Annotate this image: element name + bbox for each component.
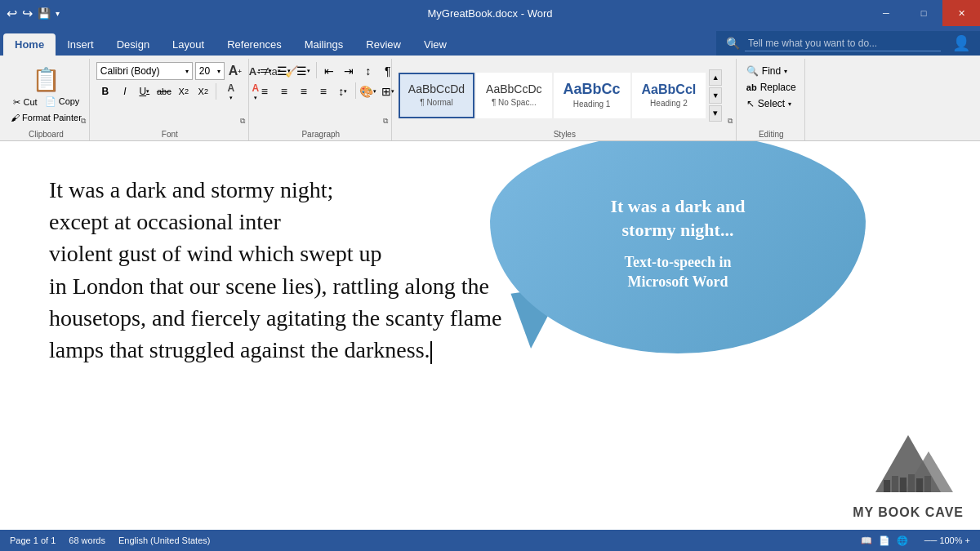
minimize-button[interactable]: ─ [867,0,905,26]
subscript-button[interactable]: X2 [175,82,193,100]
document-container: It was a dark and stormy night; the rain… [0,141,980,530]
paragraph-expander[interactable]: ⧉ [383,117,388,126]
line-spacing-button[interactable]: ↕▾ [334,82,352,100]
doc-line-1: It was a dark and stormy night; [49,177,339,202]
shading-button[interactable]: 🎨▾ [359,82,377,100]
web-layout-button[interactable]: 🌐 [897,535,908,546]
paste-button[interactable]: 📋 [32,69,60,91]
italic-button[interactable]: I [116,82,134,100]
tab-home[interactable]: Home [3,33,56,56]
text-cursor [430,341,432,364]
sort-button[interactable]: ↕ [359,62,377,80]
maximize-button[interactable]: □ [905,0,942,26]
doc-line-3: violent gust of wind which swept up [49,241,388,266]
styles-scroll-more[interactable]: ▾ [709,105,722,122]
svg-rect-4 [900,478,906,492]
logo-text: MY BOOK CAVE [853,504,964,522]
tab-design[interactable]: Design [105,33,161,56]
svg-rect-3 [892,476,898,492]
align-right-button[interactable]: ≡ [295,82,313,100]
indent-increase-button[interactable]: ⇥ [340,62,358,80]
logo-icon [859,419,957,500]
speech-bubble: It was a dark and stormy night... Text-t… [482,141,882,394]
justify-button[interactable]: ≡ [314,82,332,100]
account-icon[interactable]: 👤 [952,34,970,52]
svg-rect-7 [924,476,931,492]
read-mode-button[interactable]: 📖 [861,535,872,546]
underline-button[interactable]: U▾ [136,82,154,100]
styles-scroll-up[interactable]: ▲ [709,69,722,86]
close-button[interactable]: ✕ [942,0,980,26]
zoom-slider[interactable]: ── 100% + [924,535,970,546]
doc-line-2: except at occasional inter [49,209,281,234]
status-bar: Page 1 of 1 68 words English (United Sta… [0,530,980,551]
clipboard-expander[interactable]: ⧉ [81,117,86,126]
ribbon-tabs-bar: Home Insert Design Layout References Mai… [0,26,980,56]
style-heading2[interactable]: AaBbCcI Heading 2 [632,73,706,118]
find-button[interactable]: 🔍 Find ▾ [743,64,791,78]
tab-review[interactable]: Review [354,33,412,56]
language-indicator: English (United States) [118,535,211,545]
increase-font-button[interactable]: A+ [227,62,243,80]
save-button[interactable]: 💾 [38,7,51,20]
copy-button[interactable]: 📄 Copy [42,96,82,109]
ribbon: 📋 ✂ Cut 📄 Copy 🖌 Format Painter Clipboar… [0,56,980,141]
find-icon: 🔍 [746,65,759,77]
bold-button[interactable]: B [96,82,114,100]
tab-view[interactable]: View [412,33,458,56]
document-area[interactable]: It was a dark and stormy night; the rain… [0,141,980,530]
window-controls: ─ □ ✕ [867,0,980,26]
tab-mailings[interactable]: Mailings [293,33,355,56]
font-name-selector[interactable]: Calibri (Body) ▾ [96,62,193,80]
replace-button[interactable]: ab Replace [743,80,800,95]
align-left-button[interactable]: ≡ [256,82,274,100]
page-indicator: Page 1 of 1 [10,535,56,545]
search-input[interactable] [745,36,941,51]
bullets-button[interactable]: ≔▾ [256,62,274,80]
styles-gallery: AaBbCcDd ¶ Normal AaBbCcDc ¶ No Spac... … [399,73,706,118]
font-expander[interactable]: ⧉ [240,117,245,126]
strikethrough-button[interactable]: abc [155,82,173,100]
svg-rect-2 [884,480,890,492]
quick-access-toolbar: ↩ ↪ 💾 ▾ [7,6,60,21]
tab-insert[interactable]: Insert [56,33,105,56]
styles-expander[interactable]: ⧉ [728,117,733,126]
title-bar: ↩ ↪ 💾 ▾ MyGreatBook.docx - Word ─ □ ✕ [0,0,980,26]
styles-scroll-controls: ▲ ▼ ▾ [709,69,722,122]
styles-scroll-down[interactable]: ▼ [709,87,722,104]
undo-button[interactable]: ↩ [7,6,17,21]
tab-references[interactable]: References [216,33,292,56]
styles-group-label: Styles [399,128,731,140]
font-size-selector[interactable]: 20 ▾ [195,62,225,80]
tab-layout[interactable]: Layout [161,33,216,56]
editing-group-label: Editing [743,128,800,140]
numbering-button[interactable]: ☰▾ [275,62,293,80]
editing-group: 🔍 Find ▾ ab Replace ↖ Select ▾ Editing [738,59,805,140]
redo-button[interactable]: ↪ [22,6,33,21]
multilevel-button[interactable]: ☰▾ [295,62,313,80]
select-button[interactable]: ↖ Select ▾ [743,96,795,111]
print-layout-button[interactable]: 📄 [879,535,890,546]
font-group: Calibri (Body) ▾ 20 ▾ A+ A- Aa▾ 🧹 B I U▾… [91,59,249,140]
style-normal[interactable]: AaBbCcDd ¶ Normal [399,73,474,118]
text-highlight-button[interactable]: A ▾ [220,82,243,100]
search-container: 🔍 👤 [716,31,980,56]
clipboard-label: Clipboard [8,128,84,140]
doc-line-5: housetops, and fiercely agitating the sc… [49,305,501,331]
style-no-spacing[interactable]: AaBbCcDc ¶ No Spac... [476,73,551,118]
paragraph-group-label: Paragraph [256,128,386,140]
font-group-label: Font [96,128,243,140]
select-icon: ↖ [746,98,755,109]
cut-button[interactable]: ✂ Cut [10,96,40,109]
superscript-button[interactable]: X2 [194,82,212,100]
align-center-button[interactable]: ≡ [275,82,293,100]
style-heading1[interactable]: AaBbCc Heading 1 [554,73,630,118]
styles-group: AaBbCcDd ¶ Normal AaBbCcDc ¶ No Spac... … [394,59,737,140]
indent-decrease-button[interactable]: ⇤ [320,62,338,80]
window-title: MyGreatBook.docx - Word [428,7,553,20]
bubble-sub-text: Text-to-speech in Microsoft Word [625,253,732,291]
logo-area: MY BOOK CAVE [853,419,964,522]
customize-button[interactable]: ▾ [56,9,60,18]
bubble-main-text: It was a dark and stormy night... [610,195,745,242]
format-painter-button[interactable]: 🖌 Format Painter [8,112,84,123]
